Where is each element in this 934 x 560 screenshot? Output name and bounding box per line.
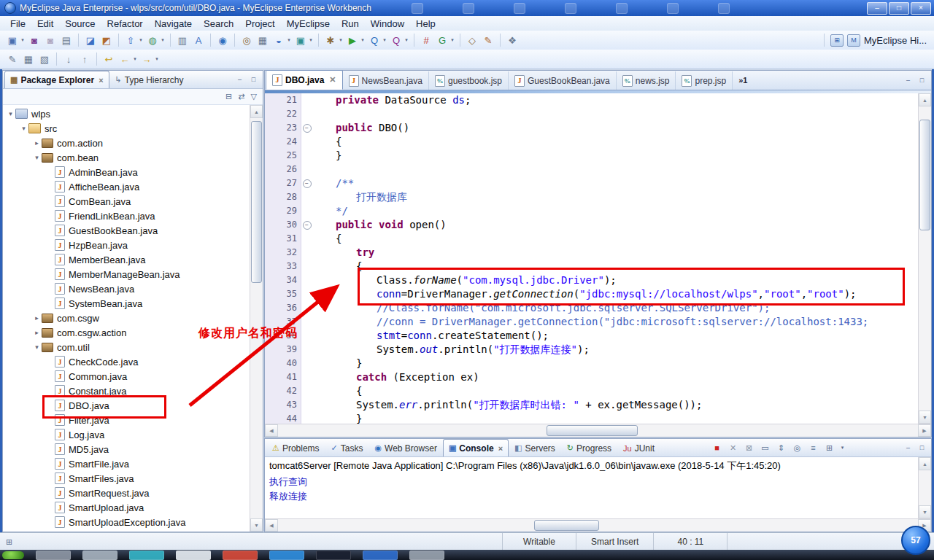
taskbar-app-6[interactable] xyxy=(269,551,304,560)
link-with-editor-icon[interactable]: ⇄ xyxy=(238,92,244,101)
menu-refactor[interactable]: Refactor xyxy=(101,17,149,31)
line-number[interactable]: 35 xyxy=(265,287,301,301)
web-browser-button[interactable]: ◉ xyxy=(215,33,230,47)
forward-dropdown-icon[interactable]: ▾ xyxy=(154,56,160,62)
tree-item-friendlinkbean-java[interactable]: JFriendLinkBean.java xyxy=(3,209,250,223)
code-line-21[interactable]: 21private DataSource ds; xyxy=(265,93,919,107)
maximize-panel-icon[interactable]: □ xyxy=(916,443,927,453)
fast-view-icon[interactable]: ⊞ xyxy=(6,537,12,547)
code-line-44[interactable]: 44} xyxy=(265,412,919,424)
back-button[interactable]: ← xyxy=(117,52,132,66)
taskbar-app-4[interactable] xyxy=(176,551,211,560)
terminate-icon[interactable]: ■ xyxy=(711,442,723,454)
editor-tab-newsbean-java[interactable]: JNewsBean.java xyxy=(343,71,429,90)
scroll-up-icon[interactable]: ▲ xyxy=(919,457,931,470)
next-annotation-button[interactable]: ↓ xyxy=(61,52,76,66)
code-line-24[interactable]: 24{ xyxy=(265,135,919,149)
back-dropdown-icon[interactable]: ▾ xyxy=(132,56,138,62)
line-number[interactable]: 33 xyxy=(265,260,301,273)
tree-item-systembean-java[interactable]: JSystemBean.java xyxy=(3,296,250,311)
code-area[interactable]: 21private DataSource ds;2223−public DBO(… xyxy=(265,93,919,424)
collapse-arrow-icon[interactable]: ▾ xyxy=(32,343,42,351)
scroll-down-icon[interactable]: ▼ xyxy=(919,505,931,518)
start-button[interactable] xyxy=(2,551,24,559)
line-number[interactable]: 37 xyxy=(265,315,301,329)
editor-tab-guestbook-jsp[interactable]: %guestbook.jsp xyxy=(429,71,509,90)
line-number[interactable]: 24 xyxy=(265,135,301,149)
mark-occurrences-button[interactable]: ✎ xyxy=(481,33,495,47)
open-console-icon[interactable]: ⊞ xyxy=(824,442,835,454)
tree-item-constant-java[interactable]: JConstant.java xyxy=(3,384,250,398)
new-wizard-dropdown-icon[interactable]: ▾ xyxy=(20,37,26,43)
run-tools-button[interactable]: ✱ xyxy=(323,33,338,47)
view-menu-icon[interactable]: ▽ xyxy=(251,92,257,101)
code-line-37[interactable]: 37//conn = DriverManager.getConnection("… xyxy=(265,315,919,329)
speed-ball-overlay[interactable]: 57 xyxy=(901,526,930,555)
deploy-myeclipse-dropdown-icon[interactable]: ▾ xyxy=(138,37,144,43)
scroll-lock-icon[interactable]: ⇕ xyxy=(776,442,787,454)
console-tab-servers[interactable]: ◧Servers xyxy=(509,439,561,456)
menu-help[interactable]: Help xyxy=(410,17,441,31)
deploy-myeclipse-button[interactable]: ⇧ xyxy=(123,33,138,47)
tree-item-com-csgw[interactable]: ▸com.csgw xyxy=(3,311,250,325)
console-tab-web-browser[interactable]: ◉Web Browser xyxy=(368,439,442,456)
pin-console-icon[interactable]: ◎ xyxy=(792,442,803,454)
tree-item-common-java[interactable]: JCommon.java xyxy=(3,369,250,384)
menu-window[interactable]: Window xyxy=(365,17,410,31)
taskbar-app-2[interactable] xyxy=(82,551,117,560)
scroll-track[interactable] xyxy=(919,106,931,411)
tree-item-com-action[interactable]: ▸com.action xyxy=(3,136,250,150)
prev-annotation-button[interactable]: ↑ xyxy=(77,52,92,66)
line-number[interactable]: 34 xyxy=(265,273,301,287)
close-icon[interactable]: × xyxy=(99,76,103,85)
profile-dropdown-icon[interactable]: ▾ xyxy=(404,37,409,43)
close-icon[interactable]: × xyxy=(498,444,503,453)
tree-item-smartupload-java[interactable]: JSmartUpload.java xyxy=(3,500,250,515)
menu-project[interactable]: Project xyxy=(239,17,280,31)
run-dropdown-icon[interactable]: ▾ xyxy=(360,37,366,43)
breadcrumb-button[interactable]: ▧ xyxy=(37,52,52,66)
run-tools-dropdown-icon[interactable]: ▾ xyxy=(338,37,344,43)
maximize-button[interactable]: □ xyxy=(889,2,909,15)
taskbar-app-3[interactable] xyxy=(129,551,164,560)
save-button[interactable]: ◙ xyxy=(27,33,42,47)
minimize-panel-icon[interactable]: – xyxy=(234,74,245,85)
profile-button[interactable]: Q xyxy=(389,33,404,47)
scroll-thumb[interactable] xyxy=(534,520,600,531)
code-line-29[interactable]: 29*/ xyxy=(265,204,919,218)
line-number[interactable]: 38 xyxy=(265,329,301,343)
taskbar-app-8[interactable] xyxy=(363,551,398,560)
line-number[interactable]: 42 xyxy=(265,384,301,398)
tab-overflow-indicator[interactable]: »1 xyxy=(738,76,747,85)
line-number[interactable]: 44 xyxy=(265,412,301,424)
fold-collapse-icon[interactable]: − xyxy=(301,176,312,190)
editor-tab-guestbookbean-java[interactable]: JGuestBookBean.java xyxy=(509,71,617,90)
scroll-right-icon[interactable]: ▶ xyxy=(918,424,931,437)
code-line-25[interactable]: 25} xyxy=(265,149,919,163)
collapse-all-icon[interactable]: ⊟ xyxy=(225,92,232,101)
compare-button[interactable]: ▥ xyxy=(175,33,190,47)
console-tab-progress[interactable]: ↻Progress xyxy=(561,439,617,456)
tray-app-3-icon[interactable] xyxy=(514,3,525,14)
line-number[interactable]: 25 xyxy=(265,149,301,163)
tree-item-guestbookbean-java[interactable]: JGuestBookBean.java xyxy=(3,223,250,238)
code-line-31[interactable]: 31{ xyxy=(265,232,919,246)
scroll-thumb[interactable] xyxy=(251,121,262,283)
minimize-button[interactable]: – xyxy=(867,2,887,15)
run-jsp-dropdown-icon[interactable]: ▾ xyxy=(382,37,387,43)
taskbar-app-1[interactable] xyxy=(36,551,71,560)
taskbar-app-7[interactable] xyxy=(316,551,351,560)
tree-item-smartuploadexception-java[interactable]: JSmartUploadException.java xyxy=(3,515,250,529)
run-jsp-button[interactable]: Q xyxy=(367,33,382,47)
menu-myeclipse[interactable]: MyEclipse xyxy=(281,17,336,31)
line-number[interactable]: 40 xyxy=(265,357,301,370)
tree-item-affichebean-java[interactable]: JAfficheBean.java xyxy=(3,179,250,194)
open-perspective-icon[interactable]: ⊞ xyxy=(830,34,844,47)
tree-item-filter-java[interactable]: JFilter.java xyxy=(3,413,250,427)
run-server-button[interactable]: ◍ xyxy=(145,33,160,47)
tree-item-com-csgw-action[interactable]: ▸com.csgw.action xyxy=(3,325,250,340)
generate-dropdown-icon[interactable]: ▾ xyxy=(449,37,455,43)
debug-grid-button[interactable]: # xyxy=(419,33,433,47)
run-server-dropdown-icon[interactable]: ▾ xyxy=(160,37,166,43)
menu-source[interactable]: Source xyxy=(59,17,101,31)
